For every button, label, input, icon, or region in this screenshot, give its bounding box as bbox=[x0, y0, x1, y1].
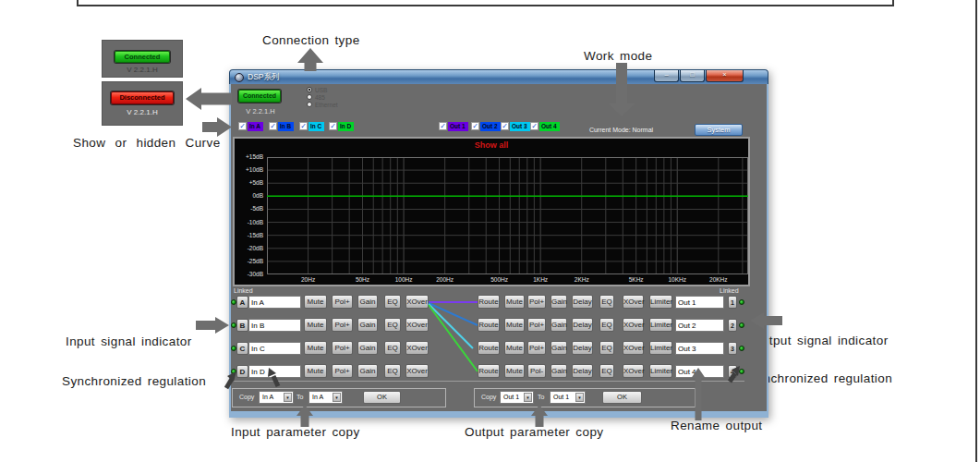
output-copy-ok-button[interactable]: OK bbox=[602, 391, 642, 404]
mute-button[interactable]: Mute bbox=[504, 341, 525, 355]
divider bbox=[233, 381, 744, 382]
gain-button[interactable]: Gain bbox=[550, 295, 567, 309]
copy-label: Copy bbox=[481, 394, 496, 400]
maximize-icon[interactable]: □ bbox=[680, 70, 705, 82]
y-axis-tick: -10dB bbox=[236, 219, 263, 225]
output-curve-checkbox-3[interactable]: ✓Out 3 bbox=[501, 121, 530, 131]
dropdown-arrow-icon[interactable]: ▼ bbox=[284, 393, 292, 402]
close-icon[interactable]: × bbox=[706, 70, 744, 82]
output-curve-checkbox-4[interactable]: ✓Out 4 bbox=[530, 121, 560, 131]
checkbox-check-icon: ✓ bbox=[329, 122, 337, 130]
graph-title: Show all bbox=[235, 140, 748, 150]
mute-button[interactable]: Mute bbox=[504, 318, 525, 332]
output-link-button-3[interactable]: 3 bbox=[728, 342, 737, 355]
connect-status-button[interactable]: Connected bbox=[238, 90, 281, 103]
pol-button[interactable]: Pol+ bbox=[527, 341, 546, 355]
connection-type-option-usb[interactable]: USB bbox=[307, 86, 327, 93]
copy-to-input-select[interactable]: In A▼ bbox=[309, 391, 343, 404]
connection-type-option-ethernet[interactable]: Ethernet bbox=[307, 101, 338, 108]
pol-button[interactable]: Pol+ bbox=[527, 318, 546, 332]
route-button[interactable]: Route bbox=[478, 318, 500, 332]
input-curve-checkbox-1[interactable]: ✓In A bbox=[238, 121, 263, 131]
output-curve-checkbox-2[interactable]: ✓Out 2 bbox=[471, 121, 501, 131]
pol-button[interactable]: Pol+ bbox=[527, 295, 546, 309]
output-signal-led bbox=[739, 369, 744, 374]
checkbox-check-icon: ✓ bbox=[439, 122, 447, 130]
output-link-button-1[interactable]: 1 bbox=[728, 296, 737, 309]
mute-button[interactable]: Mute bbox=[504, 295, 525, 309]
checkbox-label: Out 4 bbox=[539, 122, 560, 131]
limiter-button[interactable]: Limiter bbox=[649, 341, 672, 355]
minimize-icon[interactable]: – bbox=[654, 70, 679, 82]
connection-type-option-485[interactable]: 485 bbox=[307, 93, 325, 101]
checkbox-check-icon: ✓ bbox=[530, 122, 538, 130]
gain-button[interactable]: Gain bbox=[550, 318, 567, 332]
copy-to-output-select[interactable]: Out 1▼ bbox=[550, 391, 586, 404]
limiter-button[interactable]: Limiter bbox=[649, 295, 672, 309]
title-bar[interactable]: DSP系列 – □ × bbox=[229, 69, 768, 84]
output-curve-checkbox-1[interactable]: ✓Out 1 bbox=[439, 121, 468, 131]
legend-disconnected-button: Disconnected bbox=[111, 91, 174, 104]
route-line-4 bbox=[429, 305, 478, 371]
delay-button[interactable]: Delay bbox=[572, 295, 593, 309]
output-name-field[interactable] bbox=[675, 296, 724, 309]
output-copy-group: Copy Out 1▼ To Out 1▼ OK bbox=[474, 388, 696, 407]
output-channel-row-2: RouteMutePol+GainDelayEQXOverLimiter2 bbox=[231, 318, 748, 333]
delay-button[interactable]: Delay bbox=[572, 364, 593, 378]
input-curve-checkbox-4[interactable]: ✓In D bbox=[329, 121, 354, 131]
x-axis-tick: 10KHz bbox=[668, 276, 686, 283]
dropdown-arrow-icon[interactable]: ▼ bbox=[524, 393, 532, 402]
limiter-button[interactable]: Limiter bbox=[649, 318, 672, 332]
y-axis-tick: -15dB bbox=[236, 232, 263, 238]
dropdown-arrow-icon[interactable]: ▼ bbox=[575, 393, 584, 402]
legend-connected-version: V 2.2.1.H bbox=[103, 66, 182, 74]
response-curve-graph: Show all +15dB+10dB+5dB0dB-5dB-10dB-15dB… bbox=[233, 137, 750, 286]
label-output-signal-indicator: Output signal indicator bbox=[752, 334, 889, 347]
input-curve-checkbox-2[interactable]: ✓In B bbox=[269, 121, 294, 131]
pol-button[interactable]: Pol- bbox=[527, 364, 546, 378]
xover-button[interactable]: XOver bbox=[623, 318, 644, 332]
mute-button[interactable]: Mute bbox=[504, 364, 525, 378]
route-button[interactable]: Route bbox=[478, 295, 500, 309]
output-link-button-2[interactable]: 2 bbox=[728, 319, 737, 332]
x-axis-tick: 500Hz bbox=[490, 276, 508, 283]
copy-from-input-select[interactable]: In A▼ bbox=[259, 391, 294, 404]
gain-button[interactable]: Gain bbox=[550, 364, 567, 378]
app-icon bbox=[235, 73, 244, 82]
delay-button[interactable]: Delay bbox=[572, 318, 593, 332]
output-channel-row-3: RouteMutePol+GainDelayEQXOverLimiter3 bbox=[231, 341, 748, 356]
checkbox-label: Out 2 bbox=[480, 122, 501, 131]
xover-button[interactable]: XOver bbox=[623, 341, 644, 355]
route-button[interactable]: Route bbox=[478, 341, 500, 355]
radio-option-label: USB bbox=[315, 87, 327, 93]
gain-button[interactable]: Gain bbox=[550, 341, 567, 355]
route-button[interactable]: Route bbox=[478, 364, 500, 378]
delay-button[interactable]: Delay bbox=[572, 341, 593, 355]
linked-label-right: Linked bbox=[720, 287, 739, 294]
copy-from-output-select[interactable]: Out 1▼ bbox=[500, 391, 534, 404]
label-synchronized-regulation-right: Synchronized regulation bbox=[748, 371, 892, 385]
input-curve-checkbox-3[interactable]: ✓In C bbox=[299, 121, 324, 131]
dropdown-arrow-icon[interactable]: ▼ bbox=[333, 393, 341, 402]
output-link-button-4[interactable]: 4 bbox=[728, 365, 737, 378]
output-channel-row-1: RouteMutePol+GainDelayEQXOverLimiter1 bbox=[231, 295, 748, 310]
output-name-field[interactable] bbox=[675, 342, 724, 355]
limiter-button[interactable]: Limiter bbox=[649, 364, 672, 378]
eq-button[interactable]: EQ bbox=[599, 295, 614, 309]
xover-button[interactable]: XOver bbox=[623, 364, 644, 378]
output-name-field[interactable] bbox=[675, 365, 724, 378]
current-mode-text: Current Mode: Normal bbox=[559, 127, 684, 133]
output-name-field[interactable] bbox=[675, 319, 724, 332]
y-axis-tick: -5dB bbox=[236, 205, 263, 212]
eq-button[interactable]: EQ bbox=[599, 318, 614, 332]
legend-disconnected-version: V 2.2.1.H bbox=[103, 108, 182, 116]
eq-button[interactable]: EQ bbox=[599, 341, 614, 355]
to-label: To bbox=[296, 394, 303, 400]
input-copy-ok-button[interactable]: OK bbox=[363, 391, 401, 404]
x-axis-tick: 20Hz bbox=[301, 276, 315, 283]
label-connection-type: Connection type bbox=[262, 33, 360, 47]
system-button[interactable]: System bbox=[695, 124, 743, 136]
xover-button[interactable]: XOver bbox=[623, 295, 644, 309]
legend-disconnected-box: Disconnected V 2.2.1.H bbox=[102, 81, 183, 126]
eq-button[interactable]: EQ bbox=[599, 364, 614, 378]
